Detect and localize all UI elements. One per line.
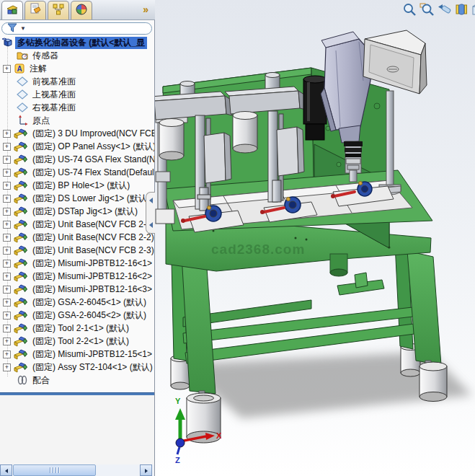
zoom-area-icon[interactable] [419,2,435,17]
component-icon [14,193,28,204]
expand-toggle[interactable]: + [3,169,11,177]
tree-item[interactable]: +(固定) GSA-2-6045<2> (默认) [0,309,154,322]
tree-item[interactable]: +(固定) Misumi-JPBTB12-16<2> (默 [0,270,154,283]
annotations-icon: A [14,63,25,74]
expand-toggle[interactable]: + [3,143,11,151]
tree-item-label: 前视基准面 [30,76,78,88]
propertymanager-icon [29,3,42,19]
tree-item[interactable]: +(固定) Tool 2-2<1> (默认) [0,335,154,348]
tree-horizontal-scrollbar[interactable] [0,464,154,476]
tree-item-label: 配合 [30,374,52,387]
configurationmanager-icon [52,3,65,19]
expand-toggle[interactable]: + [3,130,11,138]
expand-toggle[interactable]: + [3,363,11,371]
tree-item-label: (固定) Misumi-JPBTB12-16<2> (默 [30,270,154,283]
triad-z-label: Z [175,456,180,464]
component-icon [14,141,28,152]
3d-scene[interactable]: cad2368.com Y X Z [155,0,475,476]
expand-toggle[interactable]: + [3,273,11,281]
tree-item-label: (固定) Assy ST2-104<1> (默认) [30,361,154,374]
tree-item[interactable]: +(固定) Unit Base(NCV FCB 2-3)<1 [0,244,154,257]
tree-item[interactable]: +(固定) OP Panel Assy<1> (默认) [0,140,154,153]
expand-toggle[interactable]: + [3,286,11,294]
tree-item[interactable]: 原点 [0,114,154,127]
tree-item[interactable]: +(固定) Misumi-JPBTB12-16<1> (默 [0,257,154,270]
tree-item[interactable]: +(固定) GSA-2-6045<1> (默认) [0,296,154,309]
previous-view-icon[interactable] [437,2,452,17]
configurationmanager-tab[interactable] [48,1,69,19]
expand-toggle[interactable]: + [3,299,11,307]
section-view-icon[interactable] [454,2,469,17]
tree-item-label: (固定) GSA-2-6045<1> (默认) [30,296,148,309]
tree-item[interactable]: +(固定) Misumi-JPBTB12-15<1> (默 [0,348,154,361]
component-icon [14,270,28,282]
tree-item[interactable]: +A注解 [0,62,154,75]
expand-toggle[interactable]: + [3,65,11,73]
scroll-right-button[interactable] [140,464,152,476]
tree-item-label: (固定) BP Hole<1> (默认) [30,180,132,192]
component-icon [14,219,28,230]
tree-item[interactable]: 配合 [0,374,154,387]
expand-toggle[interactable]: + [3,156,11,164]
tree-item-label: (固定) Unit Base(NCV FCB 2-3)<1 [30,244,154,257]
tree-item[interactable]: +(固定) 3 DU Improved(NCV FCB # [0,127,154,140]
tree-filter-bar[interactable]: ▼ [1,22,152,35]
tree-item-label: (固定) US-74 GSA Flex Stand(NCV [30,154,154,166]
tree-item[interactable]: 上视基准面 [0,88,154,101]
component-icon [14,167,28,178]
expand-toggle[interactable]: + [3,234,11,242]
tree-item[interactable]: +(固定) Unit Base(NCV FCB 2-1)<1 [0,218,154,231]
tree-item[interactable]: +(固定) Tool 2-1<1> (默认) [0,322,154,335]
tabs-overflow-chevron[interactable]: » [143,4,148,15]
propertymanager-tab[interactable] [25,1,46,19]
tree-item-label: 原点 [30,115,52,127]
scroll-left-button[interactable] [0,464,12,476]
tree-item-label: (固定) 3 DU Improved(NCV FCB # [30,128,154,140]
component-icon [14,322,28,334]
mates-icon [17,374,28,386]
tree-item-label: 多钻换化油器设备 (默认<默认_显 [15,37,147,49]
tree-item[interactable]: +(固定) Assy ST2-104<1> (默认) [0,361,154,374]
graphics-viewport[interactable]: cad2368.com Y X Z [155,0,475,476]
expand-toggle[interactable]: + [3,208,11,216]
scrollbar-thumb[interactable] [13,464,96,476]
expand-toggle[interactable]: + [3,247,11,255]
split-lower-pane [0,395,154,464]
tree-item[interactable]: 前视基准面 [0,75,154,88]
tree-item-label: (固定) Tool 2-1<1> (默认) [30,322,131,335]
featuremanager-tree-tab[interactable] [1,1,23,19]
solidworks-window: » ▼ 多钻换化油器设备 (默认<默认_显传感器+A注解前视基准面上视基准面右视… [0,0,475,476]
tree-item[interactable]: +(固定) BP Hole<1> (默认) [0,179,154,192]
displaymanager-tab[interactable] [71,1,92,19]
plane-icon [17,76,28,87]
tree-item[interactable]: +(固定) US-74 GSA Flex Stand(NCV [0,153,154,166]
expand-toggle[interactable]: + [3,338,11,345]
expand-toggle[interactable]: + [3,182,11,190]
tree-item-label: (固定) Unit Base(NCV FCB 2-1)<1 [30,219,154,231]
plane-icon [17,89,28,100]
tree-item[interactable]: +(固定) DS Lower Jig<1> (默认) [0,192,154,205]
expand-toggle[interactable]: + [3,221,11,229]
tree-item[interactable]: +(固定) US-74 Flex Stand(Default) [0,166,154,179]
tree-item[interactable]: 传感器 [0,49,154,62]
tree-item-label: 上视基准面 [30,89,78,101]
expand-toggle[interactable]: + [3,325,11,332]
tree-item[interactable]: +(固定) Unit Base(NCV FCB 2-2)<1 [0,231,154,244]
tree-item[interactable]: 右视基准面 [0,101,154,114]
expand-toggle[interactable]: + [3,195,11,203]
tree-item[interactable]: +(固定) Misumi-JPBTB12-16<3> (默 [0,283,154,296]
expand-toggle[interactable]: + [3,351,11,358]
panel-tab-strip: » [0,0,155,20]
watermark-text: cad2368.com [211,242,305,257]
zoom-fit-icon[interactable] [402,2,417,17]
filter-dropdown-caret[interactable]: ▼ [20,25,26,32]
svg-text:A: A [17,65,22,73]
panel-collapse-tab[interactable] [146,192,155,234]
view-orientation-icon[interactable] [471,2,475,17]
expand-toggle[interactable]: + [3,312,11,319]
expand-toggle[interactable]: + [3,260,11,268]
featuremanager-panel: » ▼ 多钻换化油器设备 (默认<默认_显传感器+A注解前视基准面上视基准面右视… [0,0,155,476]
tree-item-root[interactable]: 多钻换化油器设备 (默认<默认_显 [0,36,154,49]
origin-icon [17,115,28,126]
tree-item[interactable]: +(固定) DSTap Jig<1> (默认) [0,205,154,218]
